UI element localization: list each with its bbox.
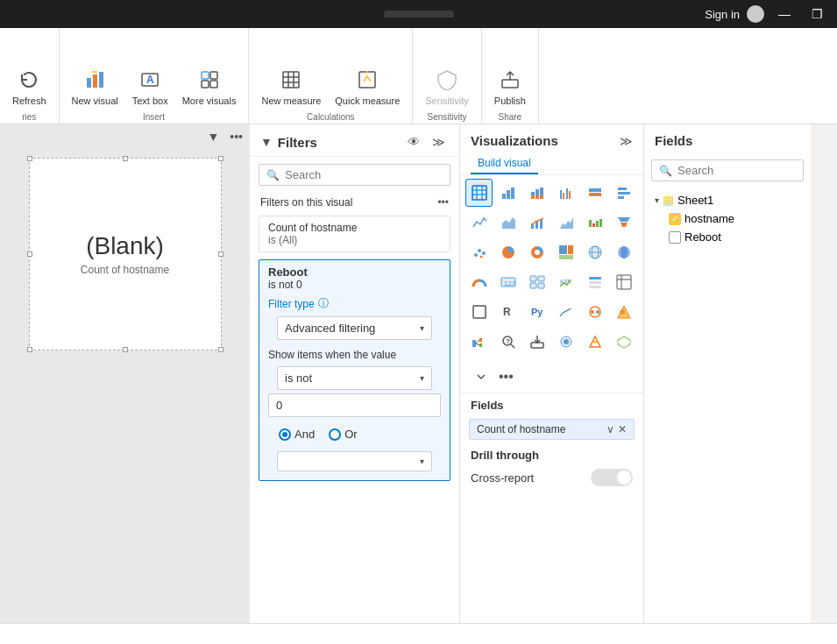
fields-search-box[interactable]: 🔍 xyxy=(651,159,804,181)
viz-icon-stacked-bar[interactable] xyxy=(523,179,550,207)
viz-icon-waterfall[interactable] xyxy=(582,209,609,237)
svg-rect-8 xyxy=(210,72,217,79)
handle-br[interactable] xyxy=(218,347,223,352)
viz-icon-kpi[interactable]: KPI xyxy=(552,268,579,296)
cross-report-toggle[interactable]: Off xyxy=(591,469,633,486)
filter-text-input[interactable]: 0 xyxy=(268,393,441,417)
handle-tr[interactable] xyxy=(218,156,223,161)
text-box-button[interactable]: A Text box xyxy=(127,66,174,110)
refresh-icon xyxy=(18,69,39,94)
viz-icon-h-bar[interactable] xyxy=(611,179,638,207)
radio-and[interactable]: And xyxy=(279,428,315,441)
reboot-checkbox[interactable] xyxy=(669,231,681,244)
viz-icon-map[interactable] xyxy=(582,238,609,266)
viz-icon-bar[interactable] xyxy=(494,179,521,207)
filters-section-text: Filters on this visual xyxy=(260,196,352,209)
ribbon-items-share: Publish xyxy=(489,32,531,110)
viz-more-dots[interactable]: ••• xyxy=(499,369,514,385)
handle-bm[interactable] xyxy=(123,347,128,352)
ribbon-items-sensitivity: Sensitivity xyxy=(420,32,474,110)
fields-tree-sheet1[interactable]: ▾ ▦ Sheet1 xyxy=(651,190,804,209)
publish-button[interactable]: Publish xyxy=(489,66,531,110)
handle-ml[interactable] xyxy=(27,251,32,257)
viz-arrow-button[interactable] xyxy=(469,363,493,391)
refresh-label: Refresh xyxy=(12,96,46,107)
more-visuals-icon xyxy=(199,69,220,94)
viz-icon-more-grid[interactable] xyxy=(611,328,638,356)
viz-icon-python[interactable]: Py xyxy=(523,298,550,326)
more-visuals-button[interactable]: More visuals xyxy=(177,66,242,110)
new-measure-button[interactable]: New measure xyxy=(256,66,326,110)
svg-rect-30 xyxy=(536,195,539,199)
viz-expand-button[interactable]: ≫ xyxy=(620,134,633,148)
viz-icon-forecast[interactable] xyxy=(552,298,579,326)
text-box-icon: A xyxy=(139,69,160,94)
viz-icon-matrix[interactable] xyxy=(611,268,638,296)
viz-icon-custom2[interactable] xyxy=(611,298,638,326)
filter-type-info-icon: ⓘ xyxy=(318,296,329,311)
condition-select[interactable]: is not ▾ xyxy=(277,366,432,390)
new-visual-icon xyxy=(84,69,105,94)
second-condition-select[interactable]: ▾ xyxy=(277,451,432,471)
and-label: And xyxy=(294,428,315,441)
svg-rect-24 xyxy=(502,194,506,199)
viz-tab-build[interactable]: Build visual xyxy=(471,153,538,174)
filter-type-select[interactable]: Advanced filtering ▾ xyxy=(277,316,432,340)
viz-icon-donut[interactable] xyxy=(523,238,550,266)
fields-tree-reboot[interactable]: Reboot xyxy=(651,228,804,246)
svg-rect-35 xyxy=(566,188,568,199)
viz-icon-pie[interactable] xyxy=(494,238,521,266)
filter-canvas-button[interactable]: ▼ xyxy=(203,128,223,145)
viz-icon-custom1[interactable] xyxy=(582,298,609,326)
quick-measure-label: Quick measure xyxy=(335,96,400,107)
filter-reboot-title: Reboot xyxy=(268,265,441,279)
viz-icon-line[interactable] xyxy=(465,209,493,237)
hostname-label: hostname xyxy=(684,212,734,225)
filters-eye-button[interactable]: 👁 xyxy=(404,133,423,151)
viz-field-remove-icon[interactable]: ✕ xyxy=(618,423,627,435)
viz-icon-ribbon[interactable] xyxy=(552,209,579,237)
new-visual-button[interactable]: New visual xyxy=(67,66,124,110)
viz-icon-card[interactable]: 123 xyxy=(494,268,521,296)
svg-line-87 xyxy=(476,340,479,343)
filters-expand-button[interactable]: ≫ xyxy=(429,133,449,151)
viz-icon-gauge[interactable] xyxy=(465,268,493,296)
fields-search-input[interactable] xyxy=(677,164,796,177)
handle-tl[interactable] xyxy=(27,156,32,161)
fields-tree-hostname[interactable]: ✓ hostname xyxy=(651,209,804,228)
radio-or[interactable]: Or xyxy=(329,428,357,441)
filters-search-box[interactable]: 🔍 xyxy=(259,164,450,186)
viz-icon-custom3[interactable] xyxy=(582,328,609,356)
viz-icon-combo[interactable] xyxy=(523,209,550,237)
viz-icon-decomp[interactable] xyxy=(465,328,493,356)
filters-section-more[interactable]: ••• xyxy=(437,196,449,209)
viz-icon-area[interactable] xyxy=(494,209,521,237)
handle-mr[interactable] xyxy=(218,251,223,257)
handle-bl[interactable] xyxy=(27,347,32,352)
viz-icon-qa[interactable]: ? xyxy=(494,328,521,356)
viz-icon-100-bar[interactable] xyxy=(582,179,609,207)
viz-field-expand-icon[interactable]: ∨ xyxy=(606,423,614,435)
viz-icon-r-visual[interactable]: R xyxy=(494,298,521,326)
filters-search-icon: 🔍 xyxy=(266,169,280,181)
viz-icon-cluster-bar[interactable] xyxy=(552,179,579,207)
filters-search-input[interactable] xyxy=(285,168,443,181)
quick-measure-button[interactable]: Quick measure xyxy=(330,66,405,110)
more-canvas-button[interactable]: ••• xyxy=(226,128,246,145)
hostname-checkbox[interactable]: ✓ xyxy=(669,213,681,225)
viz-icon-shape[interactable] xyxy=(465,298,493,326)
viz-icon-treemap[interactable] xyxy=(552,238,579,266)
viz-icon-funnel[interactable] xyxy=(611,209,638,237)
viz-icon-ai[interactable] xyxy=(552,328,579,356)
handle-tm[interactable] xyxy=(123,156,128,161)
sensitivity-button[interactable]: Sensitivity xyxy=(420,66,474,110)
filter-type-value: Advanced filtering xyxy=(285,322,375,335)
refresh-button[interactable]: Refresh xyxy=(7,66,52,110)
viz-icon-slicer[interactable] xyxy=(582,268,609,296)
viz-icon-multi-card[interactable] xyxy=(523,268,550,296)
viz-icon-scatter[interactable] xyxy=(465,238,493,266)
toggle-container[interactable]: Off xyxy=(591,469,633,486)
viz-icon-table[interactable] xyxy=(465,179,493,207)
viz-icon-filled-map[interactable] xyxy=(611,238,638,266)
viz-icon-export[interactable] xyxy=(523,328,550,356)
